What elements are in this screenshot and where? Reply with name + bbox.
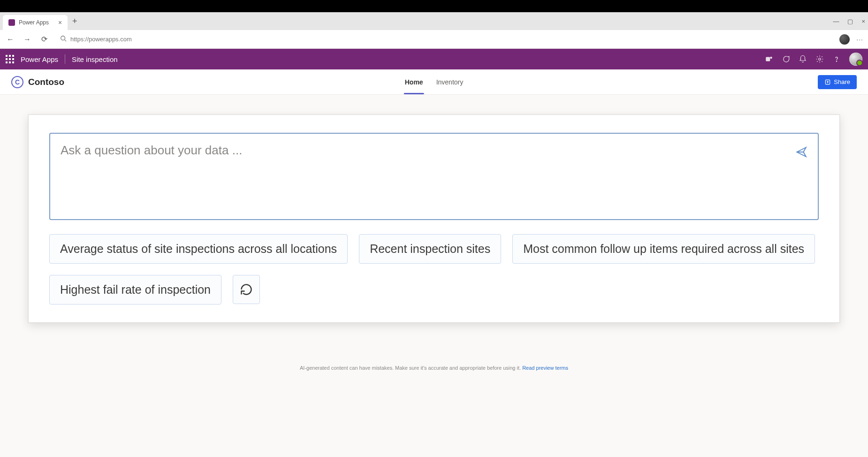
profile-avatar-icon[interactable] <box>839 34 850 45</box>
tab-home[interactable]: Home <box>404 69 424 94</box>
share-label: Share <box>834 78 850 85</box>
refresh-browser-icon[interactable]: ⟳ <box>38 35 50 44</box>
send-icon[interactable] <box>795 146 807 158</box>
svg-rect-2 <box>766 57 770 61</box>
header-right <box>765 53 862 66</box>
suggestion-row: Average status of site inspections acros… <box>49 234 819 305</box>
back-icon[interactable]: ← <box>5 35 16 44</box>
question-input[interactable] <box>61 143 770 158</box>
app-name: Site inspection <box>72 55 118 63</box>
top-black-bar <box>0 0 868 12</box>
help-icon[interactable] <box>832 55 841 63</box>
footer-text: AI-generated content can have mistakes. … <box>300 365 522 371</box>
main-content: Average status of site inspections acros… <box>0 95 868 380</box>
close-window-icon[interactable]: × <box>861 18 865 25</box>
app-header: Power Apps Site inspection <box>0 49 868 69</box>
suggestion-chip[interactable]: Most common follow up items required acr… <box>512 234 815 264</box>
svg-point-5 <box>836 61 837 61</box>
minimize-icon[interactable]: — <box>833 18 839 25</box>
new-tab-button[interactable]: + <box>68 16 82 26</box>
bell-icon[interactable] <box>799 55 807 63</box>
forward-icon[interactable]: → <box>22 35 33 44</box>
tab-title: Power Apps <box>19 19 49 26</box>
gear-icon[interactable] <box>815 55 824 63</box>
brand: C Contoso <box>11 76 64 88</box>
browser-nav-right: ··· <box>839 34 863 45</box>
ai-footer-note: AI-generated content can have mistakes. … <box>28 365 840 371</box>
maximize-icon[interactable]: ▢ <box>847 18 853 25</box>
share-button[interactable]: Share <box>818 75 857 89</box>
suggestion-chip[interactable]: Recent inspection sites <box>359 234 501 264</box>
more-icon[interactable]: ··· <box>856 36 863 43</box>
suggestion-chip[interactable]: Highest fail rate of inspection <box>49 275 221 305</box>
ask-box[interactable] <box>49 133 819 220</box>
svg-line-1 <box>65 40 67 42</box>
browser-nav-row: ← → ⟳ https://powerapps.com ··· <box>0 30 868 49</box>
user-avatar-icon[interactable] <box>849 53 862 66</box>
browser-tab[interactable]: Power Apps × <box>3 15 68 30</box>
waffle-icon[interactable] <box>6 55 14 63</box>
svg-point-4 <box>819 58 821 61</box>
sub-header: C Contoso Home Inventory Share <box>0 69 868 95</box>
copilot-card: Average status of site inspections acros… <box>28 114 840 323</box>
svg-point-3 <box>770 57 772 59</box>
svg-point-0 <box>61 36 65 40</box>
search-icon <box>60 35 67 43</box>
window-controls: — ▢ × <box>833 12 865 30</box>
teams-icon[interactable] <box>765 55 773 63</box>
brand-icon: C <box>11 76 23 88</box>
preview-terms-link[interactable]: Read preview terms <box>522 365 568 371</box>
favicon-icon <box>8 19 15 26</box>
chat-icon[interactable] <box>782 55 790 63</box>
url-bar[interactable]: https://powerapps.com <box>55 32 834 46</box>
nav-tabs: Home Inventory <box>404 69 464 94</box>
refresh-suggestions-button[interactable] <box>233 275 260 304</box>
tab-inventory[interactable]: Inventory <box>435 69 464 94</box>
suggestion-chip[interactable]: Average status of site inspections acros… <box>49 234 348 264</box>
product-name[interactable]: Power Apps <box>21 55 58 63</box>
close-tab-icon[interactable]: × <box>58 19 62 26</box>
header-divider <box>65 54 65 64</box>
url-text: https://powerapps.com <box>70 36 132 43</box>
brand-name: Contoso <box>28 77 64 87</box>
browser-tab-row: Power Apps × + — ▢ × <box>0 12 868 30</box>
